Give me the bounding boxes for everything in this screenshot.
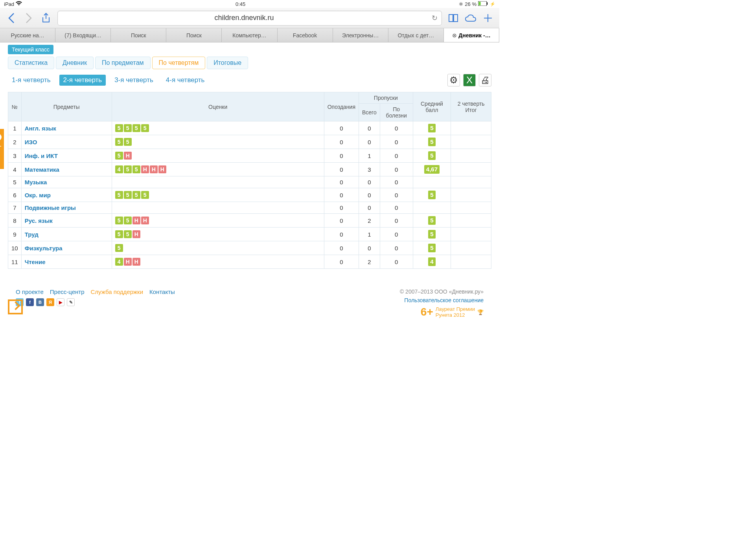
quarter-link[interactable]: 3-я четверть <box>110 75 157 86</box>
current-class-badge[interactable]: Текущий класс <box>8 45 53 54</box>
subject-link[interactable]: Рус. язык <box>25 217 53 224</box>
export-settings-icon[interactable]: ⚙ <box>447 74 460 86</box>
col-abs-total: Всего <box>359 104 380 121</box>
export-excel-icon[interactable]: X <box>463 74 476 86</box>
grade-chip: 5 <box>115 217 123 224</box>
quarter-selector: 1-я четверть2-я четверть3-я четверть4-я … <box>8 74 491 86</box>
footer-about-link[interactable]: О проекте <box>16 288 44 295</box>
livejournal-icon[interactable]: ✎ <box>67 298 75 306</box>
nav-tabs: СтатистикаДневникПо предметамПо четвертя… <box>8 57 491 69</box>
nav-tab[interactable]: По предметам <box>95 57 151 69</box>
subject-link[interactable]: Математика <box>25 166 59 173</box>
subject-link[interactable]: Подвижные игры <box>25 204 76 211</box>
share-button[interactable] <box>40 13 52 24</box>
grade-chip: Н <box>124 258 132 266</box>
footer-press-link[interactable]: Пресс-центр <box>50 288 85 295</box>
grade-chip: Н <box>141 217 149 224</box>
footer: О проекте Пресс-центр Служба поддержки К… <box>8 288 491 318</box>
table-row: 4Математика455ННН0304,67 <box>8 163 491 176</box>
avg-chip: 5 <box>428 124 435 132</box>
browser-tab[interactable]: Русские на… <box>0 28 55 42</box>
avg-chip: 4,67 <box>424 165 440 174</box>
subject-link[interactable]: Инф. и ИКТ <box>25 152 58 159</box>
footer-contacts-link[interactable]: Контакты <box>149 288 175 295</box>
nav-tab[interactable]: Дневник <box>56 57 94 69</box>
grade-chip: 5 <box>115 138 123 146</box>
grade-chip: 5 <box>141 191 149 199</box>
col-abs-sick: По болезни <box>380 104 413 121</box>
nav-tab[interactable]: Статистика <box>8 57 54 69</box>
ios-status-bar: iPad 0:45 ✱ 26 % ⚡ <box>0 0 499 8</box>
device-label: iPad <box>4 1 14 7</box>
nav-tab[interactable]: Итоговые <box>207 57 248 69</box>
grade-chip: 5 <box>115 244 123 252</box>
browser-tab[interactable]: (7) Входящи… <box>55 28 111 42</box>
grades-table: № Предметы Оценки Опоздания Пропуски Сре… <box>8 92 491 269</box>
grade-chip: Н <box>132 217 140 224</box>
grade-chip: 5 <box>124 138 132 146</box>
quarter-link[interactable]: 4-я четверть <box>162 75 209 86</box>
clock: 0:45 <box>236 1 245 7</box>
vk-icon[interactable]: B <box>36 298 44 306</box>
browser-tab[interactable]: Электронны… <box>333 28 388 42</box>
avg-chip: 5 <box>428 138 435 146</box>
reader-button[interactable] <box>447 14 459 22</box>
grade-chip: 5 <box>124 124 132 132</box>
subject-link[interactable]: Англ. язык <box>25 125 56 132</box>
col-late: Опоздания <box>324 92 359 121</box>
subject-link[interactable]: Окр. мир <box>25 192 51 198</box>
browser-tab[interactable]: Компьютер… <box>222 28 277 42</box>
print-icon[interactable]: 🖨 <box>479 74 491 86</box>
avg-chip: 4 <box>428 257 435 266</box>
nav-tab[interactable]: По четвертям <box>152 57 206 69</box>
forward-button[interactable] <box>23 13 35 24</box>
wifi-icon <box>16 1 22 7</box>
subject-link[interactable]: ИЗО <box>25 139 37 145</box>
table-row: 5Музыка000 <box>8 176 491 188</box>
subject-link[interactable]: Чтение <box>25 259 46 265</box>
url-bar[interactable]: children.dnevnik.ru ↻ <box>57 11 442 26</box>
subject-link[interactable]: Музыка <box>25 179 47 185</box>
subject-link[interactable]: Физкультура <box>25 245 63 252</box>
avg-chip: 5 <box>428 230 435 239</box>
cloud-tabs-button[interactable] <box>465 14 477 22</box>
table-row: 9Труд55Н0105 <box>8 228 491 241</box>
laureate-badge: 6+ Лауреат Премии Рунета 2012 🏆 <box>421 306 484 318</box>
help-side-tab[interactable]: Помощь ? <box>0 129 4 169</box>
grade-chip: 5 <box>124 191 132 199</box>
close-icon[interactable]: ⊗ <box>452 32 457 39</box>
table-row: 7Подвижные игры000 <box>8 202 491 214</box>
quarter-link[interactable]: 2-я четверть <box>59 75 106 86</box>
footer-support-link[interactable]: Служба поддержки <box>91 288 144 295</box>
grade-chip: 5 <box>115 152 123 160</box>
reload-icon[interactable]: ↻ <box>432 14 438 22</box>
avg-chip: 5 <box>428 216 435 225</box>
facebook-icon[interactable]: f <box>26 298 34 306</box>
grade-chip: 4 <box>115 165 123 173</box>
table-row: 3Инф. и ИКТ5Н0105 <box>8 149 491 163</box>
youtube-icon[interactable]: ▶ <box>57 298 64 306</box>
trophy-icon: 🏆 <box>477 309 484 315</box>
browser-tabs: Русские на…(7) Входящи…ПоискПоискКомпьют… <box>0 28 499 42</box>
battery-percent: 26 % <box>465 1 477 7</box>
social-icons: t f B Я ▶ ✎ <box>16 298 175 306</box>
back-button[interactable] <box>6 13 17 24</box>
browser-tab[interactable]: Facebook <box>278 28 333 42</box>
logo-corner-icon[interactable] <box>8 299 23 314</box>
browser-tab[interactable]: Отдых с дет… <box>388 28 444 42</box>
browser-tab[interactable]: Поиск <box>166 28 222 42</box>
grade-chip: Н <box>158 165 166 173</box>
grade-chip: 5 <box>132 165 140 173</box>
subject-link[interactable]: Труд <box>25 231 39 238</box>
help-icon: ? <box>0 134 2 141</box>
browser-tab[interactable]: ⊗Дневник -… <box>444 28 499 42</box>
user-agreement-link[interactable]: Пользовательское соглашение <box>404 297 484 303</box>
grade-chip: 5 <box>115 230 123 238</box>
quarter-link[interactable]: 1-я четверть <box>8 75 55 86</box>
odnoklassniki-icon[interactable]: Я <box>46 298 54 306</box>
browser-tab[interactable]: Поиск <box>111 28 166 42</box>
new-tab-button[interactable] <box>482 13 494 23</box>
grade-chip: 5 <box>124 230 132 238</box>
safari-toolbar: children.dnevnik.ru ↻ <box>0 8 499 28</box>
grade-chip: 5 <box>141 124 149 132</box>
